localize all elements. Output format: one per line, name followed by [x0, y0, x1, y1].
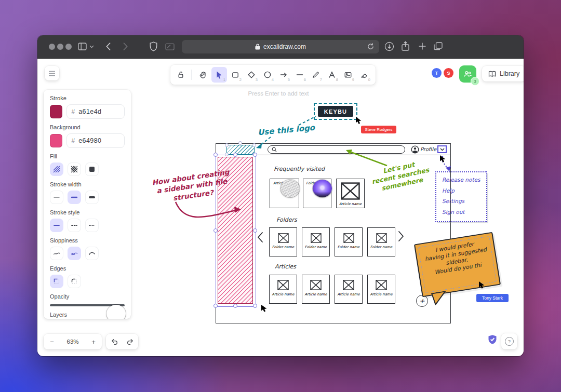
selection-handle[interactable]: [233, 304, 237, 308]
stroke-style-dashed-button[interactable]: [68, 219, 81, 232]
browser-titlebar: excalidraw.com: [37, 35, 524, 59]
opacity-slider[interactable]: [50, 304, 125, 306]
tool-hand[interactable]: [195, 67, 211, 83]
fill-solid-button[interactable]: [85, 163, 99, 176]
zoom-out-button[interactable]: −: [44, 334, 60, 349]
library-button[interactable]: Library: [482, 66, 524, 82]
sidebar-toggle-icon[interactable]: [78, 43, 87, 50]
redo-button[interactable]: [122, 334, 138, 349]
article-card[interactable]: Article name: [367, 275, 395, 304]
sloppiness-cartoonist-button[interactable]: [85, 247, 99, 260]
tool-line[interactable]: 6: [292, 67, 308, 83]
profile-avatar-icon[interactable]: [411, 145, 419, 154]
selection-handle[interactable]: [252, 143, 256, 147]
reload-button[interactable]: [367, 43, 375, 50]
folder-card[interactable]: Folder name: [302, 227, 330, 256]
maximize-button[interactable]: [65, 44, 72, 50]
selection-handle[interactable]: [225, 143, 229, 147]
tool-text[interactable]: 8: [324, 67, 340, 83]
address-bar[interactable]: excalidraw.com: [182, 40, 379, 53]
profile-dropdown-chevron[interactable]: [437, 145, 447, 153]
share-button[interactable]: [401, 41, 410, 51]
selection-handle[interactable]: [253, 153, 257, 157]
collaborator-avatar-s[interactable]: S: [444, 68, 453, 78]
tool-rectangle[interactable]: 2: [228, 67, 243, 83]
tool-diamond[interactable]: 3: [244, 67, 259, 83]
sloppiness-artist-button[interactable]: [68, 247, 81, 260]
wireframe-search-bar[interactable]: [268, 145, 405, 154]
article-card[interactable]: Article name: [269, 275, 297, 304]
tool-selection[interactable]: 1: [211, 67, 227, 83]
stroke-style-dotted-button[interactable]: [85, 219, 99, 232]
help-button[interactable]: ?: [501, 333, 517, 349]
visited-card[interactable]: Folder name: [303, 179, 331, 208]
collaborator-avatar-t[interactable]: T: [432, 68, 442, 78]
tool-eraser[interactable]: 0: [356, 67, 372, 83]
selection-handle[interactable]: [238, 141, 242, 145]
article-card[interactable]: Article name: [335, 275, 363, 304]
wireframe-add-button[interactable]: +: [416, 295, 428, 307]
stroke-style-solid-button[interactable]: [50, 219, 63, 232]
back-button[interactable]: [106, 42, 111, 51]
people-icon: [463, 70, 472, 78]
tool-draw[interactable]: 7: [308, 67, 324, 83]
fill-hachure-button[interactable]: [50, 163, 63, 176]
stroke-width-extrabold-button[interactable]: [85, 191, 99, 204]
visited-card[interactable]: Article name: [270, 179, 299, 208]
main-menu-button[interactable]: [45, 66, 59, 80]
tool-lock[interactable]: [174, 67, 188, 83]
minimize-button[interactable]: [57, 44, 63, 50]
edges-sharp-button[interactable]: [50, 275, 63, 288]
edges-round-button[interactable]: [68, 275, 81, 288]
forward-button[interactable]: [123, 42, 128, 51]
close-button[interactable]: [49, 44, 55, 50]
background-color-swatch[interactable]: [50, 134, 62, 147]
selection-handle[interactable]: [213, 228, 218, 233]
reader-compose-icon[interactable]: [165, 43, 175, 50]
selection-handle[interactable]: [233, 153, 237, 157]
selection-handle[interactable]: [213, 304, 218, 308]
fill-crosshatch-button[interactable]: [68, 163, 81, 176]
selection-handle[interactable]: [213, 153, 218, 157]
selection-handle[interactable]: [253, 228, 257, 233]
sticky-note[interactable]: I would prefer having it in suggested si…: [414, 232, 501, 298]
selection-handle[interactable]: [253, 304, 257, 308]
tool-arrow[interactable]: 5: [276, 67, 291, 83]
downloads-button[interactable]: [384, 42, 394, 51]
stroke-section: Stroke # a61e4d: [50, 95, 125, 119]
wireframe-logo-placeholder[interactable]: [226, 145, 255, 155]
carousel-next-icon[interactable]: [398, 231, 404, 242]
opacity-slider-thumb[interactable]: [106, 305, 126, 319]
undo-button[interactable]: [106, 334, 122, 349]
use-logo-note[interactable]: Use this logo: [257, 123, 320, 137]
stroke-hex-input[interactable]: # a61e4d: [66, 104, 125, 119]
background-hex-input[interactable]: # e64980: [66, 133, 125, 148]
placeholder-icon: [278, 233, 289, 243]
stroke-width-bold-button[interactable]: [68, 191, 81, 204]
folder-card[interactable]: Folder name: [335, 227, 363, 256]
stroke-color-swatch[interactable]: [50, 105, 62, 118]
stroke-width-thin-button[interactable]: [50, 191, 63, 204]
url-text: excalidraw.com: [263, 43, 306, 50]
dotted-line-icon: [88, 222, 96, 229]
toolbar-divider: [191, 70, 192, 80]
tool-ellipse[interactable]: 4: [260, 67, 275, 83]
tool-image[interactable]: 9: [340, 67, 356, 83]
privacy-shield-icon[interactable]: [150, 42, 157, 51]
visited-card[interactable]: Article name: [336, 179, 365, 208]
folder-card[interactable]: Folder name: [367, 227, 395, 256]
zoom-in-button[interactable]: +: [85, 334, 102, 349]
carousel-prev-icon[interactable]: [257, 232, 263, 243]
sloppiness-architect-button[interactable]: [50, 247, 63, 260]
zoom-level[interactable]: 63%: [60, 339, 85, 345]
folder-card[interactable]: Folder name: [269, 227, 297, 256]
encryption-shield-icon[interactable]: [487, 334, 498, 345]
share-collaboration-button[interactable]: 3: [459, 65, 476, 83]
article-card[interactable]: Article name: [302, 275, 330, 304]
selection-handle[interactable]: [225, 153, 229, 156]
chevron-down-icon[interactable]: [89, 45, 94, 48]
keybu-logo[interactable]: KEYBU: [318, 106, 353, 117]
tab-overview-button[interactable]: [434, 42, 443, 50]
new-tab-button[interactable]: [418, 42, 426, 50]
profile-dropdown-sketch[interactable]: Release notes Help Settings Sign out: [435, 171, 487, 222]
